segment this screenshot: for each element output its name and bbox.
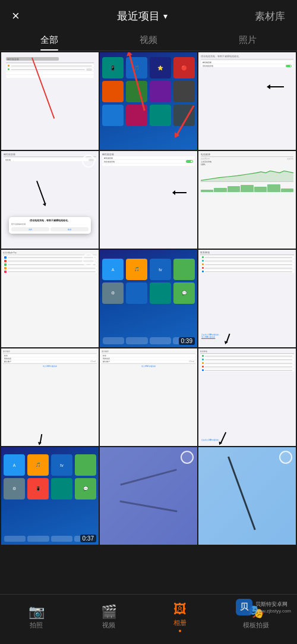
chevron-down-icon[interactable]: ▾ xyxy=(163,11,168,21)
grid-item-10[interactable]: 显示顺序 姓名 我的信息 默认账户 iCloud 导入SIM卡通讯录 xyxy=(1,348,99,446)
nav-template-label: 模板拍摄 xyxy=(243,621,269,630)
watermark: 贝 贝斯特安卓网 www.zjbstyy.com xyxy=(236,599,291,615)
duration-badge-8: 0:39 xyxy=(179,337,195,345)
nav-camera-label: 拍照 xyxy=(30,621,43,630)
grid-item-3[interactable]: 优化电池充电，有助于减缓电池老化。 峰性能容量 优化电池充电 xyxy=(198,52,296,150)
header-center: 最近项目 ▾ xyxy=(117,9,168,23)
grid-item-15[interactable] xyxy=(198,447,296,545)
nav-video[interactable]: 🎬 视频 xyxy=(101,604,117,630)
camera-icon: 📷 xyxy=(29,604,45,620)
main-container: × 最近项目 ▾ 素材库 全部 视频 照片 峰性能容量 xyxy=(0,0,297,644)
circle-selector-7 xyxy=(82,253,95,266)
watermark-icon: 贝 xyxy=(236,599,252,615)
grid-item-12[interactable]: 联系事项 xyxy=(198,348,296,446)
grid-item-7[interactable]: 联系到Apple Pay xyxy=(1,250,99,347)
circle-selector-14 xyxy=(181,451,194,464)
grid-item-6[interactable]: 电池健康 过去24小时 过去5天 上次完全充电 100% xyxy=(198,151,296,249)
circle-selector-15 xyxy=(279,451,292,464)
active-dot xyxy=(179,630,181,632)
grid-item-1[interactable]: 峰性能容量 xyxy=(1,52,99,150)
video-icon: 🎬 xyxy=(101,604,117,620)
nav-camera[interactable]: 📷 拍照 xyxy=(29,604,45,630)
watermark-text: 贝斯特安卓网 www.zjbstyy.com xyxy=(255,601,291,614)
grid-item-4[interactable]: 峰性能容量 优化电 优化电池充电，有助于减缓电池老化。 暂不启用保持充满 关闭 … xyxy=(1,151,99,249)
grid-item-5[interactable]: 峰性能容量 峰性能容量 优化电池充电 xyxy=(100,151,197,249)
header: × 最近项目 ▾ 素材库 xyxy=(0,0,297,30)
grid-item-8[interactable]: A 🎵 tv ⚙ 💬 xyxy=(100,250,197,347)
grid-item-13[interactable]: A 🎵 tv ⚙ 📱 💬 xyxy=(1,447,99,545)
nav-album-label: 相册 xyxy=(173,618,187,627)
close-button[interactable]: × xyxy=(12,8,30,24)
nav-album[interactable]: 🖼 相册 xyxy=(173,602,187,632)
grid-item-9[interactable]: 联系事项 xyxy=(198,250,296,347)
duration-badge-13: 0:37 xyxy=(80,535,96,542)
grid-item-2[interactable]: 📱 🎵 ⭐ 🔴 xyxy=(100,52,197,150)
content-area: 峰性能容量 xyxy=(0,51,297,644)
tab-photo[interactable]: 照片 xyxy=(239,34,257,51)
grid-item-11[interactable]: 显示顺序 姓名 我的信息 默认账户 iCloud 导入SIM卡通讯录 xyxy=(100,348,197,446)
media-grid: 峰性能容量 xyxy=(0,51,297,546)
nav-video-label: 视频 xyxy=(102,621,115,630)
tab-bar: 全部 视频 照片 xyxy=(0,30,297,51)
circle-selector-4 xyxy=(82,155,95,168)
tab-all[interactable]: 全部 xyxy=(40,34,58,51)
grid-item-14[interactable] xyxy=(100,447,197,545)
tab-video[interactable]: 视频 xyxy=(140,34,157,51)
bottom-nav: 📷 拍照 🎬 视频 🖼 相册 🎭 模板拍摄 贝 贝斯特安卓网 www.zj xyxy=(0,594,297,644)
header-title: 最近项目 xyxy=(117,9,160,23)
material-library-button[interactable]: 素材库 xyxy=(255,10,285,23)
album-icon: 🖼 xyxy=(173,602,187,617)
